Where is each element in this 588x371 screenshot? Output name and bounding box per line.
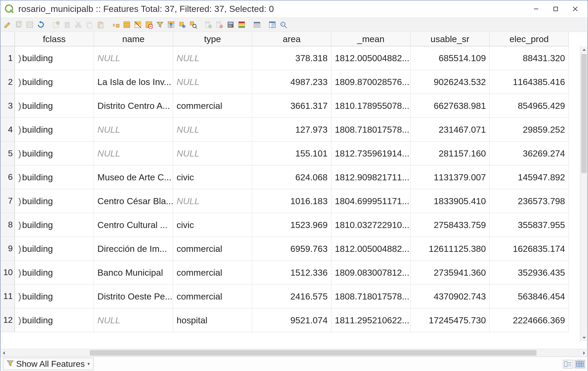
cell[interactable]: 1810.032722910... <box>331 213 411 237</box>
cell[interactable]: ) building <box>15 237 94 261</box>
select-all-icon[interactable] <box>122 20 131 29</box>
row-header[interactable]: 9 <box>1 237 15 261</box>
cell[interactable]: NULL <box>94 142 173 166</box>
hscroll-thumb[interactable] <box>90 350 537 356</box>
multi-edit-icon[interactable] <box>14 20 23 29</box>
scroll-left-icon[interactable] <box>1 349 7 357</box>
row-header[interactable]: 10 <box>1 261 15 285</box>
cell[interactable]: 9521.074 <box>252 309 332 332</box>
cell[interactable]: Centro César Bla... <box>94 189 173 213</box>
cut-icon[interactable] <box>74 20 83 29</box>
cell[interactable]: 1809.870028576... <box>331 70 411 94</box>
column-header[interactable]: usable_sr <box>411 32 490 46</box>
conditional-format-icon[interactable] <box>237 20 246 29</box>
cell[interactable]: NULL <box>94 46 173 70</box>
cell[interactable]: ) building <box>15 46 94 70</box>
cell[interactable]: 2416.575 <box>252 285 332 309</box>
attribute-grid[interactable]: fclassnametypearea_meanusable_srelec_pro… <box>1 32 588 332</box>
save-icon[interactable] <box>25 20 34 29</box>
cell[interactable]: 1626835.174 <box>490 237 569 261</box>
pan-to-icon[interactable] <box>177 20 187 29</box>
cell[interactable]: commercial <box>173 94 252 118</box>
cell[interactable]: 2758433.759 <box>411 213 490 237</box>
cell[interactable]: 1810.178955078... <box>331 94 411 118</box>
expression-select-icon[interactable]: ε <box>111 20 120 29</box>
cell[interactable]: Distrito Centro A... <box>94 94 173 118</box>
cell[interactable]: 1812.005004882... <box>331 237 411 261</box>
cell[interactable]: 1808.718017578... <box>331 285 411 309</box>
cell[interactable]: 1131379.007 <box>411 166 490 189</box>
cell[interactable]: 2735941.360 <box>411 261 490 285</box>
maximize-button[interactable] <box>546 3 565 15</box>
cell[interactable]: ) building <box>15 309 94 332</box>
row-header[interactable]: 5 <box>1 142 15 166</box>
reload-icon[interactable] <box>36 20 46 29</box>
cell[interactable]: 88431.320 <box>490 46 569 70</box>
vertical-scrollbar[interactable] <box>580 46 587 341</box>
cell[interactable]: 155.101 <box>252 142 332 166</box>
row-header[interactable]: 3 <box>1 94 15 118</box>
cell[interactable]: 1523.969 <box>252 213 332 237</box>
cell[interactable]: 1833905.410 <box>411 189 490 213</box>
column-header[interactable]: _mean <box>331 32 411 46</box>
minimize-button[interactable] <box>526 3 546 15</box>
field-calc-icon[interactable] <box>226 20 235 29</box>
cell[interactable]: 563846.454 <box>490 285 569 309</box>
paste-icon[interactable] <box>96 20 105 29</box>
column-header[interactable]: fclass <box>15 32 94 46</box>
corner-header[interactable] <box>1 32 15 46</box>
delete-icon[interactable] <box>63 20 72 29</box>
cell[interactable]: ) building <box>15 166 94 189</box>
column-header[interactable]: area <box>252 32 332 46</box>
column-header[interactable]: name <box>94 32 173 46</box>
cell[interactable]: 145947.892 <box>490 166 569 189</box>
cell[interactable]: ) building <box>15 94 94 118</box>
cell[interactable]: 17245475.730 <box>411 309 490 332</box>
column-header[interactable]: type <box>173 32 252 46</box>
cell[interactable]: 29859.252 <box>490 118 569 142</box>
pencil-icon[interactable] <box>3 20 12 29</box>
form-view-button[interactable] <box>563 360 573 368</box>
row-header[interactable]: 7 <box>1 189 15 213</box>
cell[interactable]: 4987.233 <box>252 70 332 94</box>
cell[interactable]: 1808.718017578... <box>331 118 411 142</box>
cell[interactable]: NULL <box>173 46 252 70</box>
cell[interactable]: Dirección de Im... <box>94 237 173 261</box>
cell[interactable]: 1812.735961914... <box>331 142 411 166</box>
cell[interactable]: hospital <box>173 309 252 332</box>
cell[interactable]: 1016.183 <box>252 189 332 213</box>
cell[interactable]: NULL <box>173 189 252 213</box>
row-header[interactable]: 8 <box>1 213 15 237</box>
add-feature-icon[interactable] <box>51 20 61 29</box>
cell[interactable]: commercial <box>173 237 252 261</box>
row-header[interactable]: 6 <box>1 166 15 189</box>
row-header[interactable]: 2 <box>1 70 15 94</box>
move-top-icon[interactable] <box>166 20 176 29</box>
cell[interactable]: ) building <box>15 285 94 309</box>
scroll-right-icon[interactable] <box>581 349 588 357</box>
cell[interactable]: 1164385.416 <box>490 70 569 94</box>
cell[interactable]: ) building <box>15 118 94 142</box>
row-header[interactable]: 11 <box>1 285 15 309</box>
cell[interactable]: Museo de Arte C... <box>94 166 173 189</box>
cell[interactable]: NULL <box>94 309 173 332</box>
cell[interactable]: 1811.295210622... <box>331 309 411 332</box>
row-header[interactable]: 1 <box>1 46 15 70</box>
cell[interactable]: 236573.798 <box>490 189 569 213</box>
cell[interactable]: Centro Cultural ... <box>94 213 173 237</box>
cell[interactable]: ) building <box>15 70 94 94</box>
cell[interactable]: 4370902.743 <box>411 285 490 309</box>
zoom-to-icon[interactable] <box>189 20 198 29</box>
cell[interactable]: NULL <box>173 118 252 142</box>
cell[interactable]: 36269.274 <box>490 142 569 166</box>
cell[interactable]: 352936.435 <box>490 261 569 285</box>
cell[interactable]: 12611125.380 <box>411 237 490 261</box>
cell[interactable]: ) building <box>15 261 94 285</box>
cell[interactable]: 1812.005004882... <box>331 46 411 70</box>
identify-icon[interactable]: i <box>279 20 288 29</box>
horizontal-scrollbar[interactable] <box>1 349 588 356</box>
row-header[interactable]: 4 <box>1 118 15 142</box>
delete-field-icon[interactable] <box>215 20 224 29</box>
cell[interactable]: 9026243.532 <box>411 70 490 94</box>
cell[interactable]: 127.973 <box>252 118 332 142</box>
